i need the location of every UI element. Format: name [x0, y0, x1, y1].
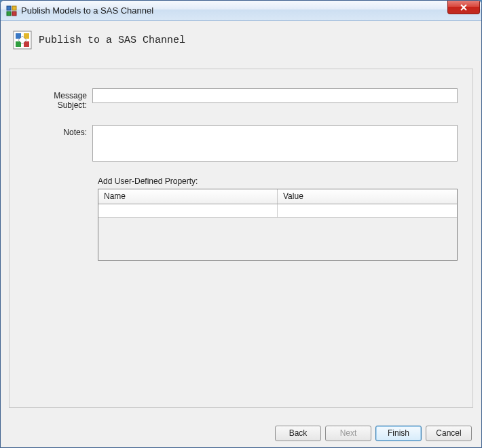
close-icon — [460, 4, 468, 11]
back-button[interactable]: Back — [275, 426, 321, 441]
message-subject-input[interactable] — [92, 88, 458, 103]
close-button[interactable] — [447, 1, 480, 14]
finish-button[interactable]: Finish — [375, 426, 422, 441]
svg-rect-6 — [24, 33, 29, 39]
cell-value[interactable] — [278, 204, 457, 217]
svg-rect-5 — [16, 33, 21, 39]
content-frame: Message Subject: Notes: Add User-Defined… — [9, 69, 473, 408]
cancel-button[interactable]: Cancel — [426, 426, 472, 441]
titlebar[interactable]: Publish Models to a SAS Channel — [1, 1, 481, 21]
dialog-window: Publish Models to a SAS Channel Publish … — [0, 0, 482, 448]
next-button: Next — [325, 426, 371, 441]
table-header: Name Value — [98, 189, 457, 204]
wizard-title: Publish to a SAS Channel — [39, 35, 185, 46]
window-title: Publish Models to a SAS Channel — [21, 5, 153, 16]
cell-name[interactable] — [98, 204, 278, 217]
notes-textarea[interactable] — [92, 125, 458, 162]
publish-icon — [13, 31, 32, 50]
svg-rect-7 — [16, 41, 21, 47]
app-icon — [6, 5, 17, 16]
content-area: Message Subject: Notes: Add User-Defined… — [1, 69, 481, 419]
button-bar: Back Next Finish Cancel — [1, 419, 481, 447]
column-header-name[interactable]: Name — [98, 189, 278, 204]
svg-rect-2 — [7, 12, 11, 16]
svg-rect-0 — [7, 6, 11, 10]
svg-rect-8 — [24, 41, 29, 47]
column-header-value[interactable]: Value — [278, 189, 457, 204]
wizard-header: Publish to a SAS Channel — [1, 21, 481, 69]
svg-rect-3 — [12, 12, 16, 16]
notes-label: Notes: — [24, 125, 92, 137]
table-row[interactable] — [98, 204, 457, 218]
property-table: Name Value — [98, 189, 458, 261]
svg-rect-1 — [12, 6, 16, 10]
add-property-label: Add User-Defined Property: — [98, 176, 458, 186]
message-subject-label: Message Subject: — [24, 88, 92, 110]
